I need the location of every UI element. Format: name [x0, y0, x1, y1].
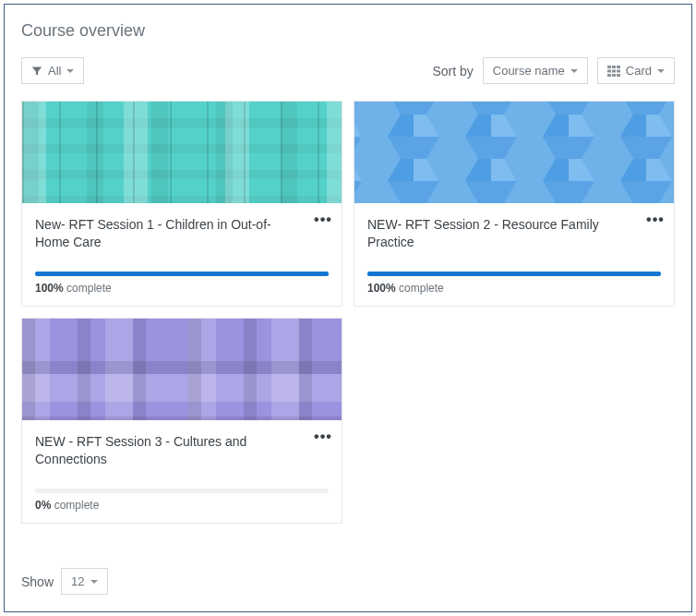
filter-icon — [31, 66, 42, 77]
progress-bar-fill — [35, 272, 329, 276]
controls-right: Sort by Course name Card — [432, 57, 675, 84]
filter-dropdown[interactable]: All — [21, 57, 84, 84]
sort-value: Course name — [493, 64, 565, 78]
progress-word: complete — [51, 499, 99, 512]
svg-rect-8 — [617, 74, 620, 77]
course-card[interactable]: NEW - RFT Session 3 - Cultures and Conne… — [21, 318, 342, 524]
progress-bar-fill — [367, 272, 661, 276]
grid-icon — [607, 66, 620, 77]
show-value: 12 — [71, 574, 84, 588]
progress-bar-track — [35, 272, 329, 276]
course-card-body: New- RFT Session 1 - Children in Out-of-… — [22, 203, 342, 272]
chevron-down-icon — [90, 580, 98, 584]
chevron-down-icon — [570, 69, 578, 73]
chevron-down-icon — [66, 69, 74, 73]
page-title: Course overview — [21, 21, 675, 41]
svg-rect-4 — [612, 69, 616, 72]
progress-bar-track — [367, 272, 661, 276]
course-menu-button[interactable]: ••• — [314, 429, 332, 444]
progress-bar-track — [35, 489, 329, 493]
view-label: Card — [626, 64, 652, 78]
course-menu-button[interactable]: ••• — [314, 212, 332, 227]
svg-rect-13 — [354, 102, 674, 203]
progress-percent: 100% — [367, 282, 396, 295]
course-card-body: NEW- RFT Session 2 - Resource Family Pra… — [354, 203, 674, 272]
svg-rect-0 — [607, 66, 611, 68]
course-card-footer: 0% complete — [22, 489, 342, 523]
course-image — [22, 102, 342, 203]
show-dropdown[interactable]: 12 — [61, 568, 107, 595]
chevron-down-icon — [657, 69, 665, 73]
sort-dropdown[interactable]: Course name — [483, 57, 588, 84]
ellipsis-icon: ••• — [646, 211, 665, 228]
course-image — [354, 102, 674, 203]
view-dropdown[interactable]: Card — [597, 57, 675, 84]
course-title[interactable]: NEW- RFT Session 2 - Resource Family Pra… — [367, 216, 661, 251]
progress-label: 0% complete — [35, 499, 329, 512]
ellipsis-icon: ••• — [314, 429, 332, 445]
progress-percent: 100% — [35, 282, 64, 295]
svg-rect-5 — [617, 69, 620, 72]
course-title[interactable]: NEW - RFT Session 3 - Cultures and Conne… — [35, 433, 329, 468]
course-card[interactable]: NEW- RFT Session 2 - Resource Family Pra… — [354, 101, 675, 307]
show-row: Show 12 — [21, 568, 108, 595]
svg-rect-6 — [607, 74, 611, 77]
sort-by-label: Sort by — [432, 64, 473, 79]
progress-percent: 0% — [35, 499, 51, 512]
course-overview-panel: Course overview All Sort by Course name — [4, 4, 692, 612]
svg-rect-1 — [612, 66, 616, 68]
progress-word: complete — [64, 282, 112, 295]
svg-rect-7 — [612, 74, 616, 77]
course-menu-button[interactable]: ••• — [646, 212, 665, 227]
course-card-body: NEW - RFT Session 3 - Cultures and Conne… — [22, 420, 342, 489]
controls-row: All Sort by Course name Card — [21, 57, 675, 84]
svg-rect-3 — [607, 69, 611, 72]
progress-word: complete — [396, 282, 444, 295]
controls-left: All — [21, 57, 84, 84]
course-card-footer: 100% complete — [22, 272, 342, 306]
svg-rect-2 — [617, 66, 620, 68]
course-title[interactable]: New- RFT Session 1 - Children in Out-of-… — [35, 216, 329, 251]
filter-label: All — [48, 64, 61, 78]
progress-label: 100% complete — [35, 282, 329, 295]
course-grid: New- RFT Session 1 - Children in Out-of-… — [21, 101, 675, 524]
show-label: Show — [21, 574, 54, 589]
progress-label: 100% complete — [367, 282, 661, 295]
ellipsis-icon: ••• — [314, 211, 332, 228]
course-image — [22, 319, 342, 420]
course-card-footer: 100% complete — [354, 272, 674, 306]
course-card[interactable]: New- RFT Session 1 - Children in Out-of-… — [21, 101, 342, 307]
